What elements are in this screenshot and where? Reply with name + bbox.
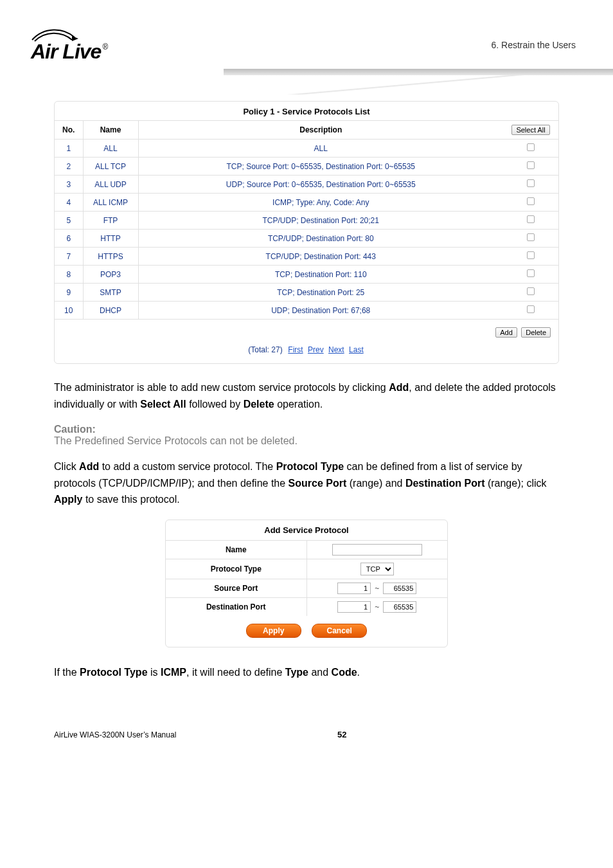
cell-name: HTTP	[83, 230, 138, 248]
cell-name: ALL TCP	[83, 158, 138, 176]
table-row: 3ALL UDPUDP; Source Port: 0~65535, Desti…	[55, 176, 558, 194]
row-checkbox[interactable]	[527, 251, 535, 259]
row-checkbox[interactable]	[527, 143, 535, 151]
cell-desc: TCP/UDP; Destination Port: 443	[138, 248, 503, 266]
destination-port-from[interactable]	[337, 601, 371, 613]
breadcrumb: 6. Restrain the Users	[492, 40, 576, 50]
header-divider	[224, 69, 613, 75]
cell-name: DHCP	[83, 302, 138, 320]
source-port-to[interactable]	[383, 583, 416, 594]
table-row: 5FTPTCP/UDP; Destination Port: 20;21	[55, 212, 558, 230]
protocol-type-label: Protocol Type	[166, 559, 306, 579]
cell-name: ALL	[83, 140, 138, 158]
pager-total: (Total: 27)	[248, 345, 282, 354]
protocols-table: No. Name Description Select All 1ALLALL2…	[55, 120, 558, 320]
cell-no: 8	[55, 266, 83, 284]
select-all-button[interactable]: Select All	[511, 125, 549, 135]
table-row: 9SMTPTCP; Destination Port: 25	[55, 284, 558, 302]
cell-name: FTP	[83, 212, 138, 230]
protocols-table-title: Policy 1 - Service Protocols List	[55, 102, 558, 120]
row-checkbox[interactable]	[527, 161, 535, 169]
name-input[interactable]	[332, 544, 422, 556]
table-row: 7HTTPSTCP/UDP; Destination Port: 443	[55, 248, 558, 266]
cell-desc: TCP; Destination Port: 25	[138, 284, 503, 302]
cell-name: POP3	[83, 266, 138, 284]
pager: (Total: 27) First Prev Next Last	[55, 340, 558, 363]
cell-no: 7	[55, 248, 83, 266]
protocol-type-select[interactable]: TCP	[360, 563, 394, 575]
cell-desc: TCP; Destination Port: 110	[138, 266, 503, 284]
destination-port-label: Destination Port	[166, 597, 306, 616]
brand-logo: Air Live ®	[31, 26, 107, 64]
cell-name: SMTP	[83, 284, 138, 302]
cell-desc: UDP; Source Port: 0~65535, Destination P…	[138, 176, 503, 194]
cell-no: 1	[55, 140, 83, 158]
col-name: Name	[83, 121, 138, 140]
paragraph-3: If the Protocol Type is ICMP, it will ne…	[54, 664, 559, 681]
delete-button[interactable]: Delete	[521, 327, 551, 338]
table-row: 4ALL ICMPICMP; Type: Any, Code: Any	[55, 194, 558, 212]
cancel-button[interactable]: Cancel	[312, 624, 367, 638]
cell-no: 9	[55, 284, 83, 302]
row-checkbox[interactable]	[527, 233, 535, 241]
cell-desc: ALL	[138, 140, 503, 158]
pager-first[interactable]: First	[288, 345, 303, 354]
caution-text: The Predefined Service Protocols can not…	[54, 435, 559, 447]
cell-desc: TCP; Source Port: 0~65535, Destination P…	[138, 158, 503, 176]
protocols-table-container: Policy 1 - Service Protocols List No. Na…	[54, 101, 559, 364]
range-separator: ~	[371, 584, 383, 593]
row-checkbox[interactable]	[527, 305, 535, 313]
add-button[interactable]: Add	[495, 327, 517, 338]
cell-no: 10	[55, 302, 83, 320]
paragraph-1: The administrator is able to add new cus…	[54, 379, 559, 412]
cell-desc: TCP/UDP; Destination Port: 80	[138, 230, 503, 248]
cell-name: ALL ICMP	[83, 194, 138, 212]
table-row: 6HTTPTCP/UDP; Destination Port: 80	[55, 230, 558, 248]
cell-desc: ICMP; Type: Any, Code: Any	[138, 194, 503, 212]
footer-page-number: 52	[337, 730, 346, 739]
add-service-panel: Add Service Protocol Name Protocol Type …	[165, 520, 448, 647]
destination-port-to[interactable]	[383, 601, 416, 613]
name-label: Name	[166, 540, 306, 559]
logo-text: Air Live	[31, 40, 101, 64]
logo-registered: ®	[102, 42, 107, 51]
pager-last[interactable]: Last	[349, 345, 364, 354]
footer-manual: AirLive WIAS-3200N User’s Manual	[54, 730, 176, 739]
caution-heading: Caution:	[54, 424, 559, 435]
col-no: No.	[55, 121, 83, 140]
range-separator: ~	[371, 602, 383, 611]
apply-button[interactable]: Apply	[246, 624, 301, 638]
table-row: 10DHCPUDP; Destination Port: 67;68	[55, 302, 558, 320]
add-panel-title: Add Service Protocol	[166, 520, 447, 540]
row-checkbox[interactable]	[527, 269, 535, 277]
row-checkbox[interactable]	[527, 197, 535, 205]
col-desc: Description	[138, 121, 503, 140]
table-row: 8POP3TCP; Destination Port: 110	[55, 266, 558, 284]
cell-no: 4	[55, 194, 83, 212]
col-select: Select All	[503, 121, 558, 140]
source-port-label: Source Port	[166, 579, 306, 597]
cell-no: 2	[55, 158, 83, 176]
paragraph-2: Click Add to add a custom service protoc…	[54, 458, 559, 508]
row-checkbox[interactable]	[527, 179, 535, 187]
pager-prev[interactable]: Prev	[308, 345, 324, 354]
source-port-from[interactable]	[337, 583, 371, 594]
cell-no: 3	[55, 176, 83, 194]
pager-next[interactable]: Next	[328, 345, 344, 354]
cell-no: 6	[55, 230, 83, 248]
cell-name: ALL UDP	[83, 176, 138, 194]
table-row: 1ALLALL	[55, 140, 558, 158]
row-checkbox[interactable]	[527, 215, 535, 223]
row-checkbox[interactable]	[527, 287, 535, 295]
cell-desc: TCP/UDP; Destination Port: 20;21	[138, 212, 503, 230]
cell-no: 5	[55, 212, 83, 230]
table-row: 2ALL TCPTCP; Source Port: 0~65535, Desti…	[55, 158, 558, 176]
cell-desc: UDP; Destination Port: 67;68	[138, 302, 503, 320]
cell-name: HTTPS	[83, 248, 138, 266]
